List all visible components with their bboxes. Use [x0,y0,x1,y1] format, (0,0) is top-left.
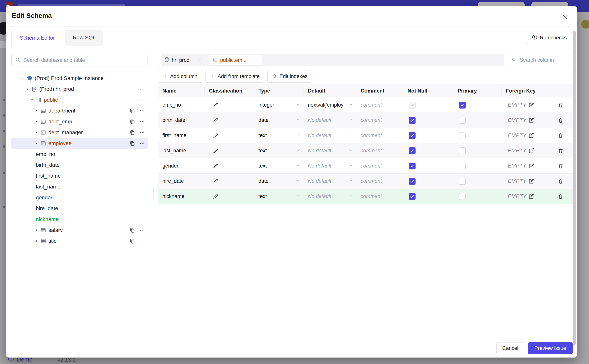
chevron-down-icon[interactable] [348,178,353,184]
caret-right-icon[interactable] [35,130,40,134]
database-search-input[interactable] [23,57,144,63]
pencil-icon[interactable] [213,163,218,169]
tree-item-first_name[interactable]: first_name [11,170,148,181]
chevron-down-icon[interactable] [296,148,301,154]
default-select[interactable]: No default [308,117,331,123]
copy-icon[interactable] [129,119,135,124]
chevron-down-icon[interactable] [296,132,301,139]
comment-input[interactable]: comment [361,102,382,108]
edit-square-icon[interactable] [528,102,534,108]
pencil-icon[interactable] [213,133,218,138]
tree-item-nickname[interactable]: nickname [11,214,148,225]
tree-item-emp_no[interactable]: emp_no [11,149,148,160]
column-name-cell[interactable]: nickname [162,193,185,199]
chevron-down-icon[interactable] [296,163,301,169]
tree-item-hire_date[interactable]: hire_date [11,203,148,214]
editor-tab-hr-prod[interactable]: hr_prod [161,55,205,65]
chevron-down-icon[interactable] [348,163,353,169]
copy-icon[interactable] [129,238,135,244]
column-search[interactable] [508,54,570,66]
cancel-button[interactable]: Cancel [496,342,524,354]
ellipsis-menu-icon[interactable] [139,86,145,92]
add-from-template-button[interactable]: Add from template [205,70,265,83]
default-select[interactable]: No default [308,163,331,169]
run-checks-button[interactable]: Run checks [527,32,572,44]
ellipsis-menu-icon[interactable] [139,119,145,124]
tree-item-employee[interactable]: employee [11,138,148,149]
editor-tab-public-employee[interactable]: public.em... [209,55,262,65]
checkbox-checked[interactable] [409,178,415,185]
default-select[interactable]: No default [308,193,331,199]
caret-right-icon[interactable] [35,109,40,113]
trash-icon[interactable] [558,194,563,199]
pencil-icon[interactable] [213,117,218,123]
column-search-input[interactable] [519,57,566,63]
chevron-down-icon[interactable] [296,193,301,200]
column-name-cell[interactable]: birth_date [162,117,185,123]
comment-input[interactable]: comment [361,193,382,199]
checkbox-unchecked[interactable] [459,132,466,139]
preview-issue-button[interactable]: Preview issue [528,342,573,354]
chevron-down-icon[interactable] [348,193,353,200]
pencil-icon[interactable] [213,178,218,184]
edit-square-icon[interactable] [528,163,534,169]
comment-input[interactable]: comment [361,178,382,184]
caret-right-icon[interactable] [35,239,40,243]
caret-down-icon[interactable] [26,87,31,91]
column-name-cell[interactable]: first_name [162,132,187,138]
copy-icon[interactable] [129,130,135,135]
ellipsis-menu-icon[interactable] [139,227,145,233]
tree-item-dept_manager[interactable]: dept_manager [11,127,148,138]
default-select[interactable]: No default [308,132,331,138]
default-select[interactable]: No default [308,178,331,184]
trash-icon[interactable] [558,178,563,184]
caret-right-icon[interactable] [35,228,40,232]
checkbox-checked[interactable] [409,147,415,154]
chevron-down-icon[interactable] [348,117,353,123]
tree-item-birth_date[interactable]: birth_date [11,160,148,170]
checkbox-unchecked[interactable] [459,162,466,169]
ellipsis-menu-icon[interactable] [139,238,145,244]
caret-down-icon[interactable] [21,76,27,80]
default-select[interactable]: No default [308,148,331,154]
tree-item-dept_emp[interactable]: dept_emp [11,116,148,127]
checkbox-unchecked[interactable] [459,147,466,154]
type-select[interactable]: text [259,148,267,154]
edit-square-icon[interactable] [528,178,534,184]
trash-icon[interactable] [558,102,563,108]
type-select[interactable]: text [259,132,267,138]
ellipsis-menu-icon[interactable] [139,141,145,146]
chevron-down-icon[interactable] [348,132,353,139]
type-select[interactable]: text [259,193,267,199]
type-select[interactable]: text [259,163,267,169]
checkbox-unchecked[interactable] [459,178,466,185]
copy-icon[interactable] [129,141,135,146]
checkbox-checked[interactable] [409,132,415,139]
chevron-down-icon[interactable] [348,148,353,154]
tree-item-salary[interactable]: salary [11,225,148,235]
tree-item-public[interactable]: public [11,94,148,105]
caret-right-icon[interactable] [35,120,40,124]
default-select[interactable]: nextval('employ [308,102,343,108]
copy-icon[interactable] [129,227,135,233]
pencil-icon[interactable] [213,148,218,154]
edit-square-icon[interactable] [528,117,534,123]
trash-icon[interactable] [558,133,563,138]
ellipsis-menu-icon[interactable] [139,97,145,103]
column-name-cell[interactable]: emp_no [162,102,181,108]
checkbox-checked[interactable] [409,117,415,124]
column-name-cell[interactable]: last_name [162,148,186,154]
type-select[interactable]: date [259,117,268,123]
tree-item--prod-prod-sample-instance[interactable]: (Prod) Prod Sample Instance [11,73,148,84]
chevron-down-icon[interactable] [348,102,353,108]
tree-item-gender[interactable]: gender [11,192,148,203]
edit-square-icon[interactable] [528,133,534,138]
caret-down-icon[interactable] [30,98,36,102]
type-select[interactable]: integer [259,102,274,108]
tree-item-department[interactable]: department [11,105,148,116]
edit-square-icon[interactable] [528,148,534,154]
tab-raw-sql[interactable]: Raw SQL [65,30,103,46]
chevron-down-icon[interactable] [296,117,301,123]
database-search[interactable] [11,54,148,66]
tree-item-last_name[interactable]: last_name [11,181,148,192]
